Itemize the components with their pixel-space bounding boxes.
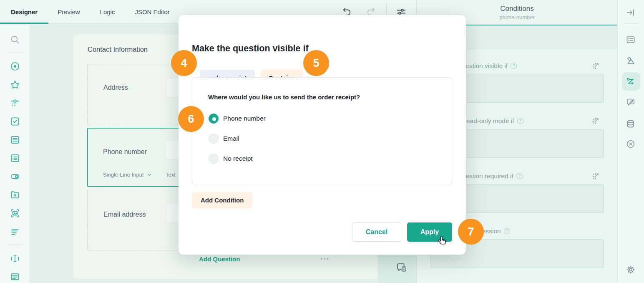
radio-option-label: Email <box>223 135 239 142</box>
settings-gear-icon[interactable] <box>626 265 636 275</box>
panel-title: Contact Information <box>88 45 148 53</box>
view-tabs: Designer Preview Logic JSON Editor <box>11 0 190 23</box>
radio-option-no-receipt[interactable]: No receipt <box>209 154 253 164</box>
toolbar-divider <box>624 23 639 24</box>
chevron-down-icon <box>147 172 152 177</box>
rating-icon[interactable] <box>10 79 20 90</box>
survey-creator-app: Designer Preview Logic JSON Editor <box>0 0 644 283</box>
dropdown-icon[interactable] <box>10 98 20 109</box>
radio-unselected-icon[interactable] <box>209 154 219 164</box>
question-title: Phone number <box>103 148 147 156</box>
question-type-label: Single-Line Input <box>103 172 144 178</box>
ranking-icon[interactable] <box>10 226 20 237</box>
checkbox-icon[interactable] <box>10 116 20 127</box>
logic-category-icon[interactable] <box>626 76 636 86</box>
radio-selected-icon[interactable] <box>209 114 219 124</box>
radiogroup-icon[interactable] <box>10 61 20 72</box>
help-icon: ? <box>516 173 523 179</box>
tab-preview[interactable]: Preview <box>58 8 80 15</box>
condition-value-preview: Where would you like us to send the orde… <box>192 77 452 185</box>
survey-comment-lock-icon[interactable] <box>395 262 408 274</box>
validation-category-icon[interactable] <box>626 139 636 149</box>
radio-option-phone-number[interactable]: Phone number <box>209 114 266 124</box>
tutorial-step-badge-7: 7 <box>458 219 484 245</box>
data-category-icon[interactable] <box>626 119 636 129</box>
general-category-icon[interactable] <box>626 35 636 45</box>
condition-editor-modal: Make the question visible if order-recei… <box>179 15 466 255</box>
preview-question-title: Where would you like us to send the orde… <box>208 93 360 101</box>
tutorial-step-badge-4: 4 <box>171 50 197 76</box>
file-upload-icon[interactable] <box>10 190 20 200</box>
question-toolbox <box>0 24 30 283</box>
cancel-button[interactable]: Cancel <box>352 222 401 242</box>
longtext-icon[interactable] <box>10 134 20 145</box>
category-title: Conditions <box>417 0 617 13</box>
single-line-input-icon[interactable] <box>10 253 20 264</box>
help-icon: ? <box>517 118 523 124</box>
question-title: Address <box>103 84 128 91</box>
tutorial-step-badge-5: 5 <box>303 50 329 76</box>
tab-logic[interactable]: Logic <box>100 8 115 15</box>
question-type-selector[interactable]: Single-Line Input <box>103 172 152 178</box>
question-title: Email address <box>103 211 146 218</box>
boolean-toggle-icon[interactable] <box>10 171 20 182</box>
add-question-button[interactable]: Add Question <box>199 255 240 263</box>
image-picker-icon[interactable] <box>10 208 20 219</box>
modal-title: Make the question visible if <box>192 43 309 54</box>
toolbox-divider <box>8 52 23 53</box>
radio-option-label: Phone number <box>223 115 266 122</box>
hand-cursor-icon <box>437 235 448 246</box>
more-options-icon[interactable]: ⋯ <box>320 253 329 264</box>
radio-option-email[interactable]: Email <box>209 134 239 144</box>
condition-wizard-icon[interactable] <box>591 62 600 70</box>
panel-icon[interactable] <box>10 271 20 282</box>
condition-wizard-icon[interactable] <box>591 172 600 180</box>
condition-wizard-icon[interactable] <box>591 117 600 125</box>
tab-json-editor[interactable]: JSON Editor <box>135 8 169 15</box>
theme-category-icon[interactable] <box>626 56 636 66</box>
tab-designer[interactable]: Designer <box>11 8 38 15</box>
add-condition-button[interactable]: Add Condition <box>192 192 252 208</box>
tutorial-step-badge-6: 6 <box>178 106 204 132</box>
comment-edit-category-icon[interactable] <box>626 97 636 107</box>
collapse-panel-icon[interactable] <box>626 8 636 18</box>
radio-unselected-icon[interactable] <box>209 134 219 144</box>
matrix-icon[interactable] <box>10 153 20 164</box>
input-type-label: Text <box>166 172 176 178</box>
property-category-toolbar <box>617 0 644 283</box>
search-icon[interactable] <box>10 34 20 45</box>
toolbox-divider <box>8 244 23 245</box>
help-icon: ? <box>511 63 517 69</box>
help-icon: ? <box>504 228 510 234</box>
radio-option-label: No receipt <box>223 155 253 162</box>
